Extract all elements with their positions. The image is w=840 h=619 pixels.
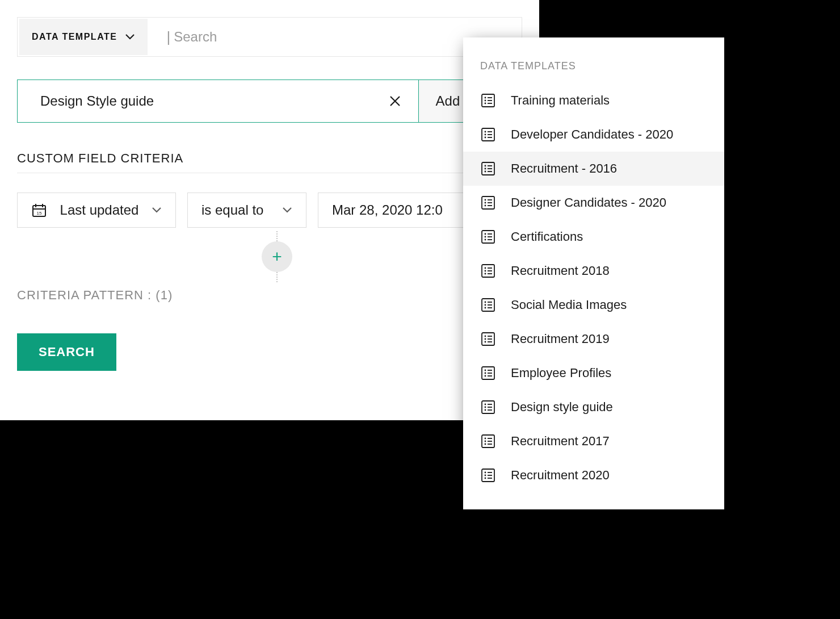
search-bar: DATA TEMPLATE | — [17, 17, 522, 57]
template-icon — [480, 161, 496, 177]
criteria-field-label: Last updated — [60, 202, 139, 218]
template-item-label: Recruitment 2020 — [511, 468, 610, 483]
template-icon — [480, 229, 496, 245]
template-icon — [480, 433, 496, 449]
criteria-field-dropdown[interactable]: Last updated — [17, 193, 176, 228]
template-item[interactable]: Recruitment 2020 — [463, 458, 724, 492]
template-item[interactable]: Training materials — [463, 83, 724, 118]
template-icon — [480, 127, 496, 143]
template-item-label: Developer Candidates - 2020 — [511, 127, 673, 142]
template-icon — [480, 331, 496, 347]
criteria-operator-label: is equal to — [201, 202, 263, 218]
template-icon — [480, 467, 496, 483]
search-button-label: SEARCH — [39, 345, 95, 359]
popup-title: DATA TEMPLATES — [463, 55, 724, 83]
template-item[interactable]: Recruitment - 2016 — [463, 152, 724, 186]
template-icon — [480, 399, 496, 415]
template-item[interactable]: Design style guide — [463, 390, 724, 424]
add-criteria-row-button[interactable]: + — [262, 241, 292, 272]
template-item[interactable]: Social Media Images — [463, 288, 724, 322]
template-item-label: Designer Candidates - 2020 — [511, 195, 666, 210]
template-icon — [480, 93, 496, 108]
section-title: CUSTOM FIELD CRITERIA — [17, 151, 522, 173]
template-item-label: Recruitment 2019 — [511, 332, 610, 346]
criteria-pattern: CRITERIA PATTERN : (1) — [17, 288, 522, 303]
scope-dropdown-label: DATA TEMPLATE — [32, 32, 117, 42]
template-item-label: Training materials — [511, 93, 610, 108]
criteria-operator-dropdown[interactable]: is equal to — [187, 193, 306, 228]
template-item[interactable]: Employee Profiles — [463, 356, 724, 390]
connector-line — [276, 272, 278, 282]
chevron-down-icon — [152, 205, 162, 215]
chevron-down-icon — [125, 32, 135, 42]
template-item-label: Recruitment - 2016 — [511, 161, 617, 176]
chevron-down-icon — [282, 205, 292, 215]
criteria-pattern-label: CRITERIA PATTERN : — [17, 288, 152, 302]
template-item-label: Employee Profiles — [511, 366, 611, 380]
criteria-pattern-value: (1) — [156, 288, 173, 302]
close-icon[interactable] — [389, 95, 401, 107]
connector-line — [276, 231, 278, 241]
search-button[interactable]: SEARCH — [17, 333, 116, 371]
criteria-value-label: Mar 28, 2020 12:0 — [332, 202, 443, 218]
template-item[interactable]: Recruitment 2018 — [463, 254, 724, 288]
text-cursor-icon: | — [166, 28, 170, 46]
template-item-label: Certifications — [511, 229, 583, 244]
data-templates-popup: DATA TEMPLATES Training materialsDevelop… — [463, 37, 724, 509]
scope-dropdown[interactable]: DATA TEMPLATE — [19, 19, 148, 55]
plus-icon: + — [272, 247, 282, 266]
selected-tag-row: Design Style guide Add criteria — [17, 80, 522, 123]
selected-tag[interactable]: Design Style guide — [18, 80, 419, 122]
template-item[interactable]: Designer Candidates - 2020 — [463, 186, 724, 220]
calendar-icon — [31, 202, 47, 218]
template-item-label: Recruitment 2018 — [511, 264, 610, 278]
template-item-label: Design style guide — [511, 400, 613, 415]
template-item-label: Social Media Images — [511, 298, 627, 312]
template-item[interactable]: Recruitment 2017 — [463, 424, 724, 458]
template-icon — [480, 297, 496, 313]
template-icon — [480, 263, 496, 279]
template-icon — [480, 195, 496, 211]
selected-tag-label: Design Style guide — [40, 93, 154, 109]
criteria-connector: + — [32, 228, 522, 286]
popup-list: Training materialsDeveloper Candidates -… — [463, 83, 724, 492]
template-icon — [480, 365, 496, 381]
template-item[interactable]: Recruitment 2019 — [463, 322, 724, 356]
criteria-row: Last updated is equal to Mar 28, 2020 12… — [17, 193, 522, 228]
template-item[interactable]: Developer Candidates - 2020 — [463, 118, 724, 152]
template-item-label: Recruitment 2017 — [511, 434, 610, 449]
search-builder-panel: DATA TEMPLATE | Design Style guide Add c… — [0, 0, 539, 420]
template-item[interactable]: Certifications — [463, 220, 724, 254]
